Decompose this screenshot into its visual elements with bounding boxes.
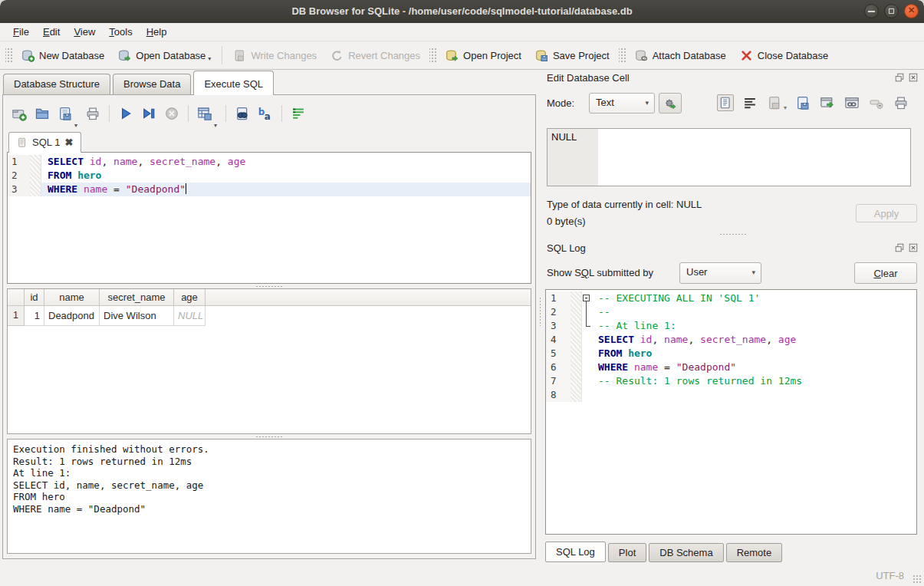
copy-link-icon[interactable] — [843, 94, 860, 111]
dock-tab-plot[interactable]: Plot — [608, 543, 646, 562]
clear-log-button[interactable]: Clear — [854, 262, 917, 284]
cell-editor-text-area[interactable] — [598, 129, 910, 186]
menu-bar: FileEditViewToolsHelp — [0, 23, 924, 41]
code-text: SELECT id, name, secret_name, age — [592, 333, 916, 347]
toolbar-button-label: Open Database — [136, 50, 206, 61]
menu-help[interactable]: Help — [140, 25, 174, 39]
dock-tab-remote[interactable]: Remote — [726, 543, 783, 562]
cell-editor-value: NULL — [547, 129, 598, 186]
resize-grip[interactable] — [912, 574, 922, 584]
mode-select[interactable]: Text ▾ — [589, 93, 655, 114]
log-tree — [582, 319, 592, 333]
edit-cell-panel-controls — [894, 72, 919, 83]
open-project-button[interactable]: Open Project — [439, 46, 528, 65]
apply-button[interactable]: Apply — [856, 204, 917, 222]
maximize-icon[interactable] — [884, 4, 899, 18]
log-tree: - — [582, 291, 592, 305]
print-sql-icon[interactable] — [85, 106, 100, 121]
write-changes-button[interactable]: Write Changes — [226, 46, 324, 65]
results-table[interactable]: idnamesecret_nameage11DeadpondDive Wilso… — [7, 288, 531, 434]
results-corner-cell[interactable] — [8, 289, 25, 306]
open-in-external-icon[interactable] — [819, 94, 836, 111]
line-number: 5 — [546, 347, 571, 360]
print-cell-icon[interactable] — [893, 94, 909, 111]
splitter-cell-log[interactable] — [542, 232, 924, 236]
minimize-icon[interactable] — [864, 4, 879, 18]
dock-tab-db-schema[interactable]: DB Schema — [649, 543, 723, 562]
save-project-button[interactable]: Save Project — [528, 46, 617, 65]
table-cell[interactable]: 1 — [25, 306, 44, 326]
close-panel-icon[interactable] — [908, 72, 919, 83]
code-text: -- At line 1: — [592, 319, 916, 333]
menu-edit[interactable]: Edit — [36, 25, 67, 39]
toolbar-handle[interactable] — [619, 47, 626, 64]
open-database-button[interactable]: Open Database▾ — [111, 46, 218, 65]
log-tree — [582, 388, 592, 402]
splitter-results-message[interactable] — [7, 434, 531, 439]
toolbar-button-label: Revert Changes — [348, 50, 420, 61]
new-sql-tab-icon[interactable] — [12, 106, 27, 121]
stop-execution-icon[interactable] — [164, 106, 179, 121]
close-database-icon — [740, 49, 753, 62]
cell-editor[interactable]: NULL — [547, 128, 911, 186]
toolbar-handle[interactable] — [5, 47, 12, 64]
table-cell[interactable]: Dive Wilson — [100, 306, 174, 326]
find-icon[interactable] — [235, 106, 250, 121]
log-filter-value: User — [686, 266, 707, 278]
import-data-icon[interactable] — [766, 94, 783, 111]
float-panel-icon[interactable] — [894, 242, 905, 253]
column-header-age[interactable]: age — [174, 289, 206, 306]
column-header-id[interactable]: id — [25, 289, 44, 306]
tab-sql-1[interactable]: SQL 1 ✖ — [8, 132, 81, 153]
export-data-icon[interactable] — [794, 94, 811, 111]
revert-changes-button[interactable]: Revert Changes — [324, 46, 427, 65]
table-row[interactable]: 11DeadpondDive WilsonNULL — [8, 306, 531, 326]
line-number: 1 — [8, 155, 30, 169]
open-sql-file-icon[interactable] — [35, 106, 50, 121]
close-panel-icon[interactable] — [908, 242, 919, 253]
column-header-secret-name[interactable]: secret_name — [100, 289, 174, 306]
execute-current-line-icon[interactable] — [141, 106, 156, 121]
dock-tab-sql-log[interactable]: SQL Log — [545, 542, 606, 562]
float-panel-icon[interactable] — [894, 72, 905, 83]
close-icon[interactable] — [904, 4, 919, 18]
toolbar-handle[interactable] — [429, 47, 436, 64]
close-sql-tab-icon[interactable]: ✖ — [64, 137, 73, 147]
tab-execute-sql[interactable]: Execute SQL — [193, 71, 274, 95]
open-project-icon — [446, 49, 459, 62]
tab-database-structure[interactable]: Database Structure — [3, 74, 110, 94]
cell-size-info: 0 byte(s) — [547, 216, 586, 227]
line-number: 7 — [546, 374, 571, 388]
menu-view[interactable]: View — [67, 25, 102, 39]
column-header-name[interactable]: name — [44, 289, 100, 306]
autocomplete-icon[interactable]: ba — [258, 106, 273, 121]
menu-tools[interactable]: Tools — [102, 25, 139, 39]
splitter-editor-results[interactable] — [7, 284, 531, 288]
close-database-button[interactable]: Close Database — [733, 46, 836, 65]
set-null-icon[interactable] — [868, 94, 885, 111]
dropdown-caret-icon: ▾ — [784, 104, 787, 111]
text-mode-icon[interactable] — [717, 94, 734, 111]
menu-file[interactable]: File — [6, 25, 36, 39]
execute-all-icon[interactable] — [118, 106, 133, 121]
fold-collapse-icon[interactable]: - — [583, 295, 590, 301]
tab-browse-data[interactable]: Browse Data — [113, 74, 191, 94]
cell-word-wrap-icon[interactable] — [742, 94, 758, 111]
log-filter-select[interactable]: User ▾ — [679, 262, 761, 284]
new-database-button[interactable]: New Database — [15, 46, 111, 65]
log-tree — [582, 333, 592, 347]
table-cell[interactable]: Deadpond — [44, 306, 100, 326]
encoding-indicator: UTF-8 — [876, 570, 904, 581]
save-results-icon[interactable] — [197, 106, 212, 121]
apply-mode-button[interactable] — [659, 93, 682, 114]
titlebar[interactable]: DB Browser for SQLite - /home/user/code/… — [0, 0, 924, 23]
chevron-down-icon: ▾ — [751, 268, 755, 276]
sql-log-view[interactable]: 1--- EXECUTING ALL IN 'SQL 1'2--3-- At l… — [545, 289, 917, 535]
table-cell[interactable]: NULL — [174, 306, 206, 326]
word-wrap-icon[interactable] — [291, 106, 306, 121]
write-changes-icon — [233, 49, 246, 62]
toolbar-separator — [109, 105, 110, 122]
attach-database-button[interactable]: Attach Database — [628, 46, 733, 65]
sql-editor[interactable]: 1SELECT id, name, secret_name, age2FROM … — [7, 152, 531, 284]
save-sql-file-icon[interactable] — [58, 106, 73, 121]
